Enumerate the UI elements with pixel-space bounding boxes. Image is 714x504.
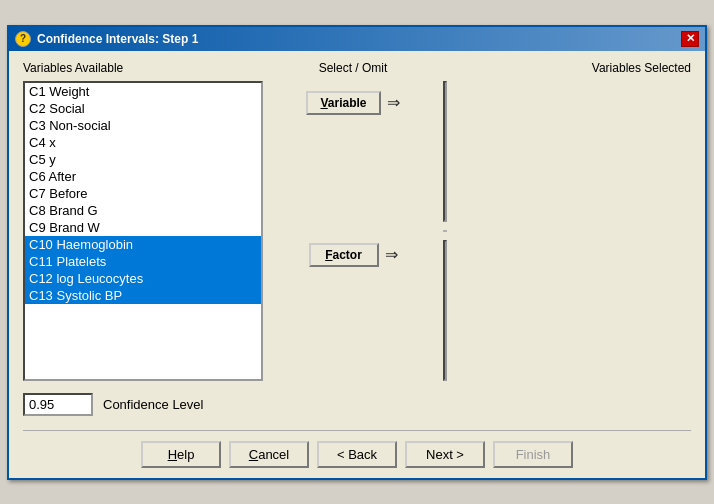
middle-section: Variable ⇒ Factor ⇒ bbox=[263, 81, 443, 381]
help-button[interactable]: Help bbox=[141, 441, 221, 468]
header-select-omit: Select / Omit bbox=[263, 61, 443, 75]
factor-arrow-icon: ⇒ bbox=[385, 245, 398, 264]
content-area: Variables Available Select / Omit Variab… bbox=[9, 51, 705, 478]
finish-button[interactable]: Finish bbox=[493, 441, 573, 468]
confidence-input[interactable] bbox=[23, 393, 93, 416]
list-item[interactable]: C11 Platelets bbox=[25, 253, 261, 270]
factor-selected-box[interactable] bbox=[443, 240, 447, 381]
list-item[interactable]: C7 Before bbox=[25, 185, 261, 202]
variables-list[interactable]: C1 WeightC2 SocialC3 Non-socialC4 xC5 yC… bbox=[23, 81, 263, 381]
list-item[interactable]: C8 Brand G bbox=[25, 202, 261, 219]
window-title: Confidence Intervals: Step 1 bbox=[37, 32, 198, 46]
list-item[interactable]: C1 Weight bbox=[25, 83, 261, 100]
list-item[interactable]: C10 Haemoglobin bbox=[25, 236, 261, 253]
main-window: ? Confidence Intervals: Step 1 ✕ Variabl… bbox=[7, 25, 707, 480]
list-item[interactable]: C2 Social bbox=[25, 100, 261, 117]
list-item[interactable]: C9 Brand W bbox=[25, 219, 261, 236]
list-item[interactable]: C6 After bbox=[25, 168, 261, 185]
list-item[interactable]: C5 y bbox=[25, 151, 261, 168]
confidence-row: Confidence Level bbox=[23, 393, 691, 416]
variable-button[interactable]: Variable bbox=[306, 91, 380, 115]
factor-button[interactable]: Factor bbox=[309, 243, 379, 267]
title-bar: ? Confidence Intervals: Step 1 ✕ bbox=[9, 27, 705, 51]
next-button[interactable]: Next > bbox=[405, 441, 485, 468]
list-item[interactable]: C13 Systolic BP bbox=[25, 287, 261, 304]
header-selected: Variables Selected bbox=[443, 61, 691, 75]
variable-arrow-icon: ⇒ bbox=[387, 93, 400, 112]
list-item[interactable]: C4 x bbox=[25, 134, 261, 151]
factor-section: Factor ⇒ bbox=[271, 229, 435, 381]
variable-section: Variable ⇒ bbox=[271, 81, 435, 229]
variables-selected-box[interactable] bbox=[443, 81, 447, 222]
close-button[interactable]: ✕ bbox=[681, 31, 699, 47]
right-panels bbox=[443, 81, 447, 381]
variable-btn-row: Variable ⇒ bbox=[306, 91, 399, 115]
main-area: C1 WeightC2 SocialC3 Non-socialC4 xC5 yC… bbox=[23, 81, 691, 381]
list-item[interactable]: C3 Non-social bbox=[25, 117, 261, 134]
factor-btn-row: Factor ⇒ bbox=[309, 243, 398, 267]
section-headers: Variables Available Select / Omit Variab… bbox=[23, 61, 691, 75]
header-variables: Variables Available bbox=[23, 61, 263, 75]
cancel-button[interactable]: Cancel bbox=[229, 441, 309, 468]
list-item[interactable]: C12 log Leucocytes bbox=[25, 270, 261, 287]
divider bbox=[443, 230, 447, 232]
title-bar-left: ? Confidence Intervals: Step 1 bbox=[15, 31, 198, 47]
confidence-label: Confidence Level bbox=[103, 397, 203, 412]
window-icon: ? bbox=[15, 31, 31, 47]
back-button[interactable]: < Back bbox=[317, 441, 397, 468]
bottom-buttons: Help Cancel < Back Next > Finish bbox=[23, 430, 691, 468]
